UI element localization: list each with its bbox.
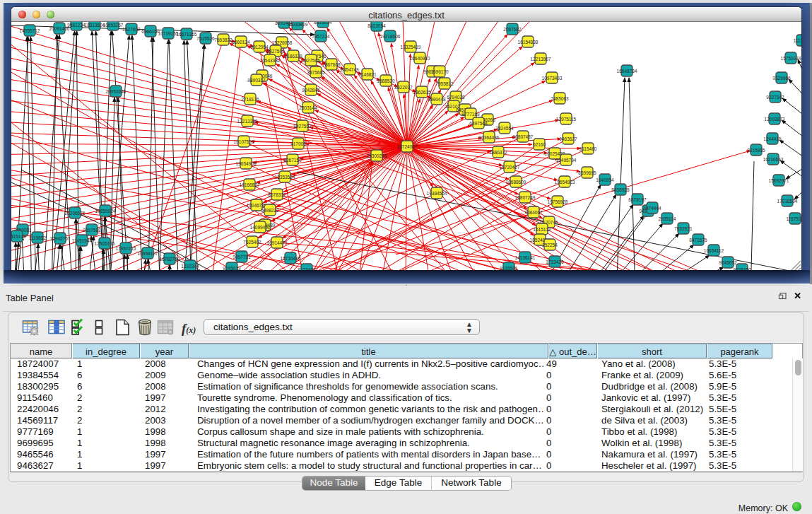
svg-text:17859924: 17859924: [95, 209, 116, 214]
svg-text:19654923: 19654923: [555, 180, 575, 185]
svg-text:16648784: 16648784: [617, 69, 637, 74]
svg-text:8215955: 8215955: [747, 148, 765, 153]
svg-text:10107553: 10107553: [234, 139, 254, 144]
svg-text:19756928: 19756928: [548, 199, 568, 204]
svg-text:12093873: 12093873: [765, 117, 785, 122]
svg-text:6879197: 6879197: [628, 197, 647, 202]
svg-text:7663822: 7663822: [214, 37, 233, 42]
svg-text:10688609: 10688609: [506, 180, 526, 185]
svg-text:15716485: 15716485: [281, 256, 301, 261]
svg-text:1588520: 1588520: [377, 78, 395, 83]
svg-text:8427552: 8427552: [293, 124, 312, 129]
svg-text:8990448: 8990448: [428, 97, 446, 102]
svg-text:417006: 417006: [290, 141, 306, 146]
svg-text:25300215: 25300215: [367, 153, 387, 158]
svg-text:20364436: 20364436: [479, 135, 500, 140]
svg-text:10654112: 10654112: [704, 248, 724, 253]
svg-text:10958107: 10958107: [138, 251, 158, 256]
svg-text:7886372: 7886372: [489, 150, 507, 155]
svg-text:16640910: 16640910: [410, 56, 430, 61]
svg-text:9028450: 9028450: [733, 267, 751, 271]
svg-text:8813054: 8813054: [367, 23, 386, 28]
svg-text:62160: 62160: [533, 142, 546, 147]
svg-text:15751074: 15751074: [781, 56, 801, 61]
svg-text:12942757: 12942757: [50, 236, 71, 241]
svg-text:1640954: 1640954: [596, 177, 614, 182]
svg-text:9397588: 9397588: [83, 228, 101, 233]
svg-text:9329966: 9329966: [772, 76, 791, 81]
svg-text:17957215: 17957215: [116, 246, 136, 251]
svg-text:7485063: 7485063: [551, 96, 569, 101]
svg-text:9581234: 9581234: [67, 23, 86, 28]
svg-text:1362615: 1362615: [413, 90, 431, 95]
svg-text:1527602: 1527602: [122, 27, 141, 32]
svg-text:15692971: 15692971: [769, 178, 789, 183]
svg-text:11451944: 11451944: [72, 238, 93, 243]
svg-text:9474444: 9474444: [643, 206, 661, 211]
svg-text:3824554: 3824554: [495, 126, 514, 131]
svg-text:18724007: 18724007: [397, 144, 418, 149]
svg-text:14099490: 14099490: [250, 225, 271, 230]
svg-text:8699695: 8699695: [578, 170, 596, 175]
svg-text:7955812: 7955812: [435, 81, 454, 86]
svg-text:1733426: 1733426: [546, 259, 564, 264]
svg-text:14136141: 14136141: [515, 255, 536, 260]
svg-text:10807487: 10807487: [513, 134, 534, 139]
svg-text:8813054: 8813054: [314, 22, 332, 25]
svg-text:19218506: 19218506: [380, 34, 401, 39]
svg-text:7515526: 7515526: [196, 36, 215, 41]
svg-text:1167533: 1167533: [787, 216, 801, 221]
svg-text:9463627: 9463627: [559, 136, 577, 141]
svg-text:16210643: 16210643: [763, 157, 784, 162]
svg-text:16154838: 16154838: [518, 40, 539, 45]
svg-text:8322037: 8322037: [394, 85, 413, 90]
svg-text:12213389: 12213389: [237, 119, 258, 124]
svg-text:20053346: 20053346: [106, 89, 126, 94]
svg-text:8123407: 8123407: [298, 267, 316, 271]
svg-text:10719155: 10719155: [158, 31, 179, 36]
svg-text:9827505: 9827505: [266, 49, 285, 54]
svg-text:5498222: 5498222: [261, 208, 279, 213]
svg-text:16495794: 16495794: [556, 158, 577, 163]
svg-text:1615132: 1615132: [533, 227, 551, 232]
svg-text:20206576: 20206576: [65, 211, 86, 216]
svg-text:3915138: 3915138: [11, 234, 26, 239]
svg-text:10973493: 10973493: [542, 76, 563, 81]
svg-text:19654908: 19654908: [236, 161, 257, 166]
svg-text:2935114: 2935114: [659, 216, 676, 221]
svg-text:9327505: 9327505: [302, 58, 320, 63]
svg-text:16914479: 16914479: [267, 240, 288, 245]
svg-text:19384554: 19384554: [427, 191, 447, 196]
svg-text:8471676: 8471676: [689, 238, 707, 243]
svg-text:7625402: 7625402: [243, 240, 261, 245]
svg-text:18313604: 18313604: [85, 23, 105, 28]
svg-text:12505135: 12505135: [95, 241, 115, 246]
svg-text:1696170: 1696170: [430, 69, 449, 74]
svg-text:9115460: 9115460: [579, 146, 597, 151]
svg-text:1115682: 1115682: [29, 235, 47, 240]
svg-text:8678332: 8678332: [268, 192, 286, 197]
svg-text:2718176: 2718176: [241, 97, 259, 102]
svg-text:6794028: 6794028: [447, 95, 465, 100]
svg-text:19166827: 19166827: [240, 182, 260, 187]
svg-text:16033809: 16033809: [288, 22, 308, 27]
svg-text:17016504: 17016504: [777, 199, 798, 204]
svg-text:10543382: 10543382: [260, 58, 281, 63]
svg-text:2867608: 2867608: [322, 62, 341, 67]
svg-text:252254: 252254: [542, 243, 558, 247]
svg-text:16671355: 16671355: [177, 32, 197, 37]
svg-text:8938928: 8938928: [611, 187, 630, 192]
svg-text:7632621: 7632621: [674, 226, 693, 231]
svg-text:3875685: 3875685: [307, 70, 325, 75]
svg-text:15720407: 15720407: [500, 165, 520, 170]
svg-text:1117744: 1117744: [794, 38, 801, 43]
svg-text:9457791: 9457791: [233, 255, 251, 259]
svg-text:8660124: 8660124: [232, 40, 250, 45]
svg-text:9146821: 9146821: [358, 72, 377, 77]
svg-text:15807249: 15807249: [515, 195, 536, 200]
svg-text:10653267: 10653267: [103, 23, 124, 28]
svg-text:12213967: 12213967: [531, 57, 551, 62]
svg-text:12975115: 12975115: [556, 117, 577, 122]
svg-text:8454749: 8454749: [341, 67, 359, 72]
svg-text:6497568: 6497568: [469, 121, 488, 126]
